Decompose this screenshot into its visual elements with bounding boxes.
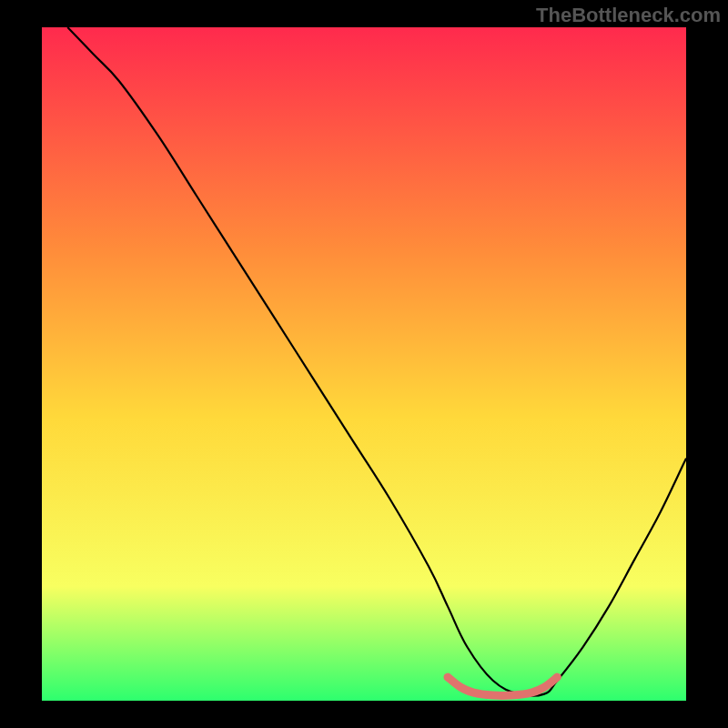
gradient-background [42,27,686,701]
chart-svg [42,27,686,701]
watermark-text: TheBottleneck.com [536,4,721,27]
chart-area [42,27,686,701]
